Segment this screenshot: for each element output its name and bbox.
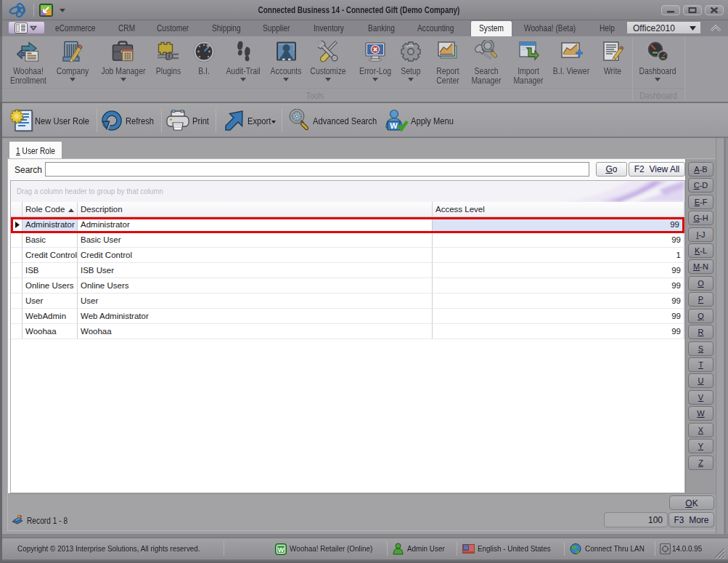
- svg-text:W: W: [278, 546, 285, 554]
- svg-text:W: W: [390, 121, 398, 130]
